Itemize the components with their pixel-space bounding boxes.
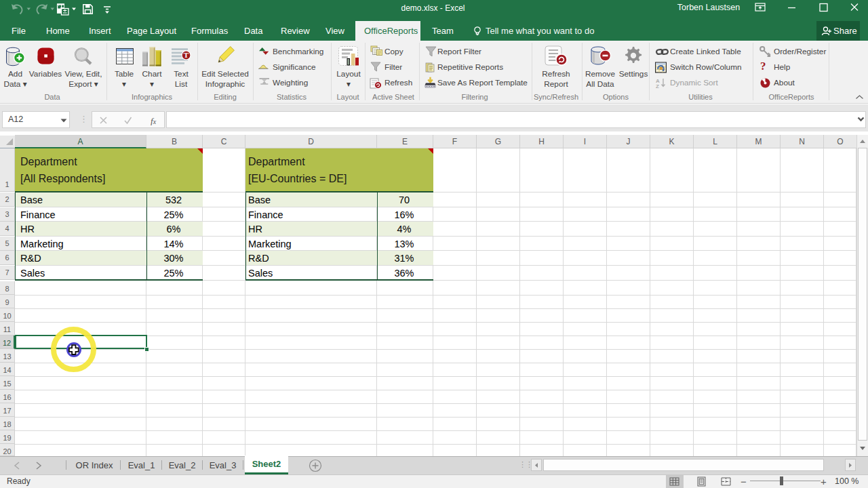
- svg-text:Z: Z: [656, 83, 659, 89]
- svg-text:fx: fx: [151, 116, 157, 125]
- svg-text:T: T: [184, 51, 189, 59]
